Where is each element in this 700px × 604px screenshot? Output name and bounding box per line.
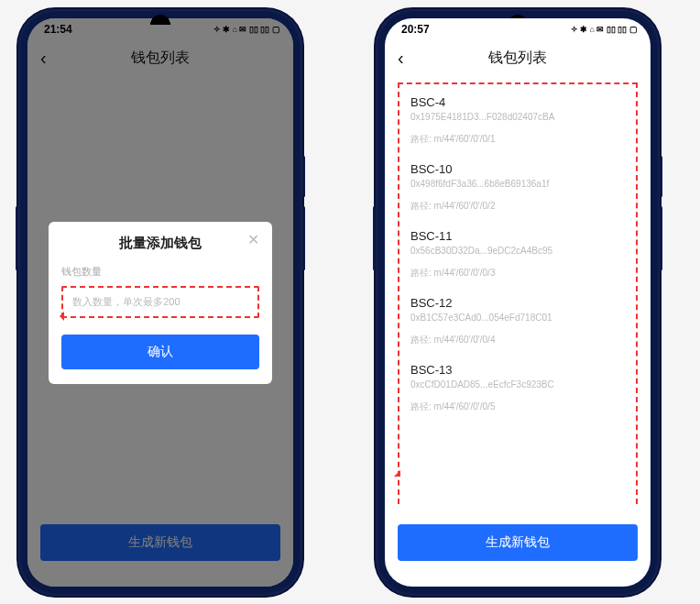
callout-arrow-icon (55, 312, 64, 321)
status-icons: ✧ ✱ ⌂ ✉ ▯▯ ▯▯ ▢ (571, 26, 638, 34)
wallet-card[interactable]: BSC-130xcCfD01DAD85...eEcfcF3c923BC路径: m… (409, 357, 627, 421)
wallet-address: 0x56cB30D32Da...9eDC2cA4Bc95 (410, 246, 625, 256)
navbar: ‹ 钱包列表 (385, 40, 651, 75)
generate-wallet-button[interactable]: 生成新钱包 (398, 524, 638, 561)
phone-left: 21:54 ✧ ✱ ⌂ ✉ ▯▯ ▯▯ ▢ ‹ 钱包列表 生成新钱包 批量添加钱… (18, 9, 302, 596)
wallet-path: 路径: m/44'/60'/0'/0/2 (410, 200, 625, 213)
wallet-name: BSC-13 (410, 363, 625, 377)
wallet-list-area: BSC-40x1975E4181D3...F028d02407cBA路径: m/… (385, 75, 651, 515)
wallet-address: 0x1975E4181D3...F028d02407cBA (410, 112, 625, 122)
quantity-input[interactable]: 数入数量，单次最多200 (61, 286, 259, 318)
wallet-path: 路径: m/44'/60'/0'/0/1 (410, 133, 625, 146)
batch-add-modal: 批量添加钱包 ✕ 钱包数量 数入数量，单次最多200 确认 (49, 222, 272, 384)
wallet-name: BSC-12 (410, 296, 625, 310)
wallet-path: 路径: m/44'/60'/0'/0/4 (410, 334, 625, 346)
page-title: 钱包列表 (488, 49, 547, 68)
wallet-address: 0xB1C57e3CAd0...054eFd718C01 (410, 313, 625, 323)
status-time: 20:57 (401, 23, 430, 36)
screen-right: 20:57 ✧ ✱ ⌂ ✉ ▯▯ ▯▯ ▢ ‹ 钱包列表 BSC-40x1975… (385, 18, 651, 587)
wallet-list: BSC-40x1975E4181D3...F028d02407cBA路径: m/… (398, 82, 638, 504)
confirm-button[interactable]: 确认 (61, 335, 259, 369)
wallet-card[interactable]: BSC-120xB1C57e3CAd0...054eFd718C01路径: m/… (409, 290, 627, 354)
wallet-address: 0x498f6fdF3a36...6b8eB69136a1f (410, 179, 625, 189)
back-icon[interactable]: ‹ (398, 48, 404, 69)
wallet-card[interactable]: BSC-110x56cB30D32Da...9eDC2cA4Bc95路径: m/… (409, 223, 627, 287)
wallet-name: BSC-11 (410, 229, 625, 243)
modal-title: 批量添加钱包 (61, 235, 259, 252)
statusbar: 20:57 ✧ ✱ ⌂ ✉ ▯▯ ▯▯ ▢ (385, 18, 651, 40)
phone-right: 20:57 ✧ ✱ ⌂ ✉ ▯▯ ▯▯ ▢ ‹ 钱包列表 BSC-40x1975… (376, 9, 660, 596)
modal-field-label: 钱包数量 (61, 265, 259, 279)
wallet-address: 0xcCfD01DAD85...eEcfcF3c923BC (410, 379, 625, 390)
wallet-path: 路径: m/44'/60'/0'/0/3 (410, 267, 625, 280)
close-icon[interactable]: ✕ (247, 231, 259, 248)
wallet-name: BSC-10 (410, 162, 625, 176)
wallet-card[interactable]: BSC-40x1975E4181D3...F028d02407cBA路径: m/… (409, 90, 627, 153)
wallet-path: 路径: m/44'/60'/0'/0/5 (410, 401, 625, 413)
wallet-name: BSC-4 (410, 95, 625, 109)
modal-overlay[interactable]: 批量添加钱包 ✕ 钱包数量 数入数量，单次最多200 确认 (27, 18, 293, 587)
wallet-card[interactable]: BSC-100x498f6fdF3a36...6b8eB69136a1f路径: … (409, 156, 627, 220)
